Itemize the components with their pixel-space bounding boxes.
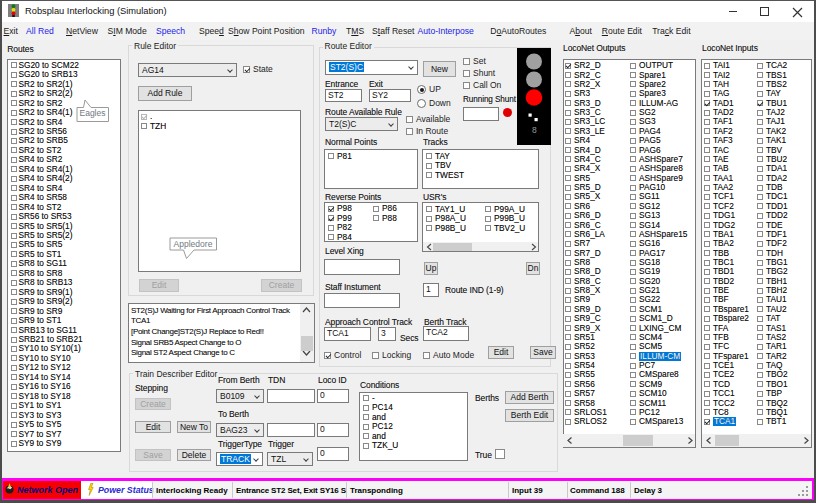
svg-text:8: 8 bbox=[532, 125, 537, 135]
svg-text:Eagles: Eagles bbox=[80, 108, 106, 118]
svg-text:Appledore: Appledore bbox=[174, 239, 213, 249]
